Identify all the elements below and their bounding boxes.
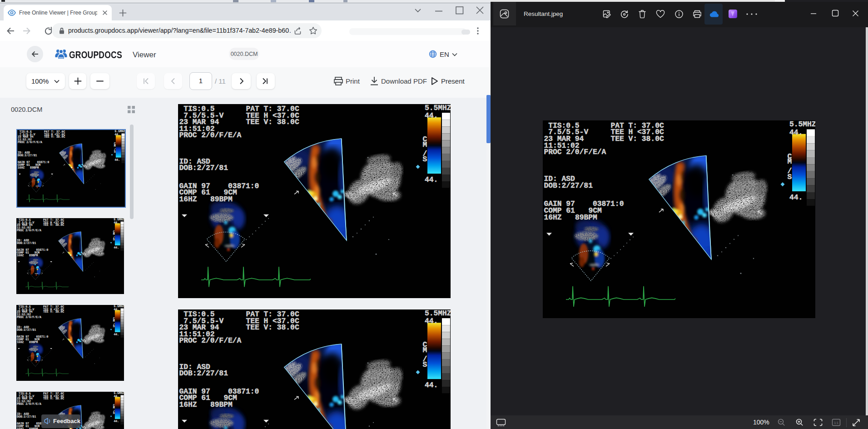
- svg-text:1:1: 1:1: [834, 421, 838, 424]
